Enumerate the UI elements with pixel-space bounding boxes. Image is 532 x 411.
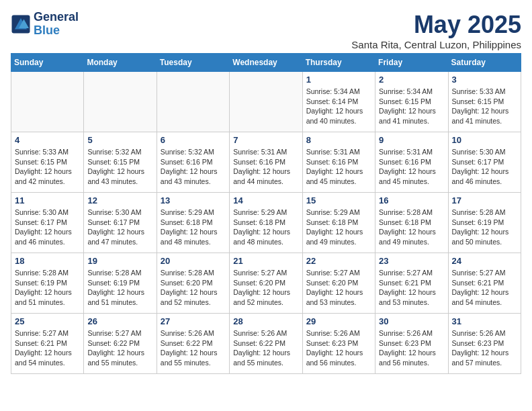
day-number: 20 [161,256,226,266]
day-number: 14 [233,195,298,205]
calendar-week-row: 4Sunrise: 5:33 AM Sunset: 6:15 PM Daylig… [11,132,521,193]
day-number: 13 [161,195,226,205]
calendar-cell: 13Sunrise: 5:29 AM Sunset: 6:18 PM Dayli… [157,193,229,253]
day-number: 6 [161,135,226,145]
day-info: Sunrise: 5:27 AM Sunset: 6:21 PM Dayligh… [379,268,444,308]
day-number: 18 [15,256,80,266]
calendar-cell: 30Sunrise: 5:26 AM Sunset: 6:23 PM Dayli… [375,314,448,374]
calendar-cell: 3Sunrise: 5:33 AM Sunset: 6:15 PM Daylig… [448,72,521,132]
day-number: 17 [452,195,517,205]
calendar-cell: 14Sunrise: 5:29 AM Sunset: 6:18 PM Dayli… [230,193,302,253]
day-info: Sunrise: 5:28 AM Sunset: 6:19 PM Dayligh… [15,268,80,308]
day-number: 31 [452,316,517,326]
month-title: May 2025 [351,11,521,39]
calendar-header-row: SundayMondayTuesdayWednesdayThursdayFrid… [11,54,521,72]
calendar-cell: 20Sunrise: 5:28 AM Sunset: 6:20 PM Dayli… [157,253,229,314]
calendar-cell: 17Sunrise: 5:28 AM Sunset: 6:19 PM Dayli… [448,193,521,253]
calendar-cell: 18Sunrise: 5:28 AM Sunset: 6:19 PM Dayli… [11,253,84,314]
day-info: Sunrise: 5:32 AM Sunset: 6:15 PM Dayligh… [87,147,152,187]
calendar-cell: 6Sunrise: 5:32 AM Sunset: 6:16 PM Daylig… [157,132,229,193]
day-info: Sunrise: 5:26 AM Sunset: 6:23 PM Dayligh… [452,328,517,368]
day-info: Sunrise: 5:33 AM Sunset: 6:15 PM Dayligh… [15,147,80,187]
day-number: 8 [306,135,371,145]
day-info: Sunrise: 5:26 AM Sunset: 6:22 PM Dayligh… [233,328,298,368]
day-number: 3 [452,75,517,85]
weekday-header-wednesday: Wednesday [230,54,302,72]
day-info: Sunrise: 5:30 AM Sunset: 6:17 PM Dayligh… [87,208,152,247]
day-number: 27 [161,316,226,326]
day-number: 5 [87,135,152,145]
day-number: 7 [233,135,298,145]
calendar-cell: 31Sunrise: 5:26 AM Sunset: 6:23 PM Dayli… [448,314,521,374]
calendar-week-row: 25Sunrise: 5:27 AM Sunset: 6:21 PM Dayli… [11,314,521,374]
calendar-cell: 29Sunrise: 5:26 AM Sunset: 6:23 PM Dayli… [302,314,375,374]
day-info: Sunrise: 5:29 AM Sunset: 6:18 PM Dayligh… [161,208,226,247]
day-info: Sunrise: 5:34 AM Sunset: 6:15 PM Dayligh… [379,87,444,126]
calendar-week-row: 1Sunrise: 5:34 AM Sunset: 6:14 PM Daylig… [11,72,521,132]
calendar-cell: 25Sunrise: 5:27 AM Sunset: 6:21 PM Dayli… [11,314,84,374]
calendar-cell: 27Sunrise: 5:26 AM Sunset: 6:22 PM Dayli… [157,314,229,374]
calendar-cell: 2Sunrise: 5:34 AM Sunset: 6:15 PM Daylig… [375,72,448,132]
day-number: 26 [87,316,152,326]
calendar-cell: 16Sunrise: 5:28 AM Sunset: 6:18 PM Dayli… [375,193,448,253]
logo: General Blue [11,11,79,38]
calendar-cell: 24Sunrise: 5:27 AM Sunset: 6:21 PM Dayli… [448,253,521,314]
calendar-cell: 4Sunrise: 5:33 AM Sunset: 6:15 PM Daylig… [11,132,84,193]
day-info: Sunrise: 5:28 AM Sunset: 6:19 PM Dayligh… [87,268,152,308]
logo-line1: General [34,11,79,24]
day-info: Sunrise: 5:30 AM Sunset: 6:17 PM Dayligh… [452,147,517,187]
day-info: Sunrise: 5:26 AM Sunset: 6:22 PM Dayligh… [161,328,226,368]
day-number: 23 [379,256,444,266]
day-info: Sunrise: 5:28 AM Sunset: 6:19 PM Dayligh… [452,208,517,247]
title-block: May 2025 Santa Rita, Central Luzon, Phil… [351,11,521,50]
day-info: Sunrise: 5:28 AM Sunset: 6:20 PM Dayligh… [161,268,226,308]
logo-line2: Blue [34,24,79,38]
day-number: 16 [379,195,444,205]
day-info: Sunrise: 5:28 AM Sunset: 6:18 PM Dayligh… [379,208,444,247]
calendar-cell: 23Sunrise: 5:27 AM Sunset: 6:21 PM Dayli… [375,253,448,314]
day-info: Sunrise: 5:34 AM Sunset: 6:14 PM Dayligh… [306,87,371,126]
day-number: 29 [306,316,371,326]
day-info: Sunrise: 5:32 AM Sunset: 6:16 PM Dayligh… [161,147,226,187]
page-header: General Blue May 2025 Santa Rita, Centra… [11,11,521,50]
day-number: 24 [452,256,517,266]
day-number: 2 [379,75,444,85]
day-number: 10 [452,135,517,145]
calendar-cell: 9Sunrise: 5:31 AM Sunset: 6:16 PM Daylig… [375,132,448,193]
calendar-cell [84,72,157,132]
day-info: Sunrise: 5:26 AM Sunset: 6:23 PM Dayligh… [306,328,371,368]
day-info: Sunrise: 5:29 AM Sunset: 6:18 PM Dayligh… [306,208,371,247]
calendar-cell: 11Sunrise: 5:30 AM Sunset: 6:17 PM Dayli… [11,193,84,253]
calendar-week-row: 11Sunrise: 5:30 AM Sunset: 6:17 PM Dayli… [11,193,521,253]
day-number: 25 [15,316,80,326]
day-number: 1 [306,75,371,85]
day-number: 11 [15,195,80,205]
day-info: Sunrise: 5:27 AM Sunset: 6:22 PM Dayligh… [87,328,152,368]
calendar-cell: 12Sunrise: 5:30 AM Sunset: 6:17 PM Dayli… [84,193,157,253]
day-info: Sunrise: 5:29 AM Sunset: 6:18 PM Dayligh… [233,208,298,247]
day-number: 9 [379,135,444,145]
logo-icon [11,14,31,34]
calendar-cell: 8Sunrise: 5:31 AM Sunset: 6:16 PM Daylig… [302,132,375,193]
calendar-cell: 1Sunrise: 5:34 AM Sunset: 6:14 PM Daylig… [302,72,375,132]
day-number: 12 [87,195,152,205]
weekday-header-saturday: Saturday [448,54,521,72]
calendar-cell [157,72,229,132]
day-info: Sunrise: 5:33 AM Sunset: 6:15 PM Dayligh… [452,87,517,126]
calendar-table: SundayMondayTuesdayWednesdayThursdayFrid… [11,53,521,374]
location-subtitle: Santa Rita, Central Luzon, Philippines [351,39,521,50]
calendar-cell: 5Sunrise: 5:32 AM Sunset: 6:15 PM Daylig… [84,132,157,193]
day-info: Sunrise: 5:30 AM Sunset: 6:17 PM Dayligh… [15,208,80,247]
calendar-cell: 22Sunrise: 5:27 AM Sunset: 6:20 PM Dayli… [302,253,375,314]
calendar-cell: 7Sunrise: 5:31 AM Sunset: 6:16 PM Daylig… [230,132,302,193]
day-number: 28 [233,316,298,326]
weekday-header-friday: Friday [375,54,448,72]
day-info: Sunrise: 5:31 AM Sunset: 6:16 PM Dayligh… [379,147,444,187]
calendar-cell: 19Sunrise: 5:28 AM Sunset: 6:19 PM Dayli… [84,253,157,314]
day-number: 21 [233,256,298,266]
calendar-week-row: 18Sunrise: 5:28 AM Sunset: 6:19 PM Dayli… [11,253,521,314]
calendar-cell: 10Sunrise: 5:30 AM Sunset: 6:17 PM Dayli… [448,132,521,193]
calendar-cell: 28Sunrise: 5:26 AM Sunset: 6:22 PM Dayli… [230,314,302,374]
day-info: Sunrise: 5:27 AM Sunset: 6:21 PM Dayligh… [452,268,517,308]
day-info: Sunrise: 5:27 AM Sunset: 6:21 PM Dayligh… [15,328,80,368]
